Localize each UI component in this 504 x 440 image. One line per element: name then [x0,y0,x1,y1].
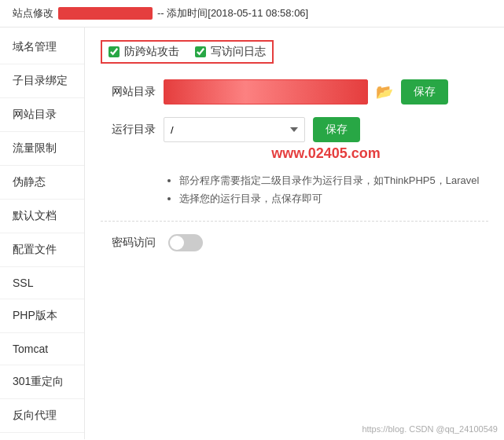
sidebar-item-traffic[interactable]: 流量限制 [0,132,84,166]
rundir-label: 运行目录 [101,123,156,137]
password-label: 密码访问 [101,236,156,250]
sidebar-item-subdir[interactable]: 子目录绑定 [0,64,84,98]
sidebar-item-config[interactable]: 配置文件 [0,233,84,267]
rundir-select[interactable]: / [164,117,305,142]
rundir-save-button[interactable]: 保存 [313,117,360,142]
sidebar-item-ssl[interactable]: SSL [0,267,84,299]
sidebar-item-webroot[interactable]: 网站目录 [0,98,84,132]
sidebar-item-301[interactable]: 301重定向 [0,365,84,399]
main-layout: 域名管理 子目录绑定 网站目录 流量限制 伪静态 默认文档 配置文件 SSL P… [0,28,504,439]
header-suffix: -- 添加时间[2018-05-11 08:58:06] [157,6,308,20]
webroot-label: 网站目录 [101,85,156,99]
page-header: 站点修改 -- 添加时间[2018-05-11 08:58:06] [0,0,504,28]
webroot-input[interactable] [164,79,368,104]
sidebar-item-php[interactable]: PHP版本 [0,299,84,333]
footer-note: https://blog. CSDN @qq_24100549 [362,424,498,434]
rundir-row: 运行目录 / 保存 [101,117,488,142]
sidebar-item-default-doc[interactable]: 默认文档 [0,200,84,233]
header-prefix: 站点修改 [13,6,53,20]
anti-hotlink-checkbox[interactable] [109,46,120,57]
sidebar-item-scan[interactable]: 风险扫描 [0,433,84,440]
hint-list: 部分程序需要指定二级目录作为运行目录，如ThinkPHP5，Laravel 选择… [164,171,488,208]
anti-hotlink-checkbox-item[interactable]: 防跨站攻击 [109,45,179,59]
webroot-row: 网站目录 📂 保存 [101,79,488,104]
sidebar-item-domain[interactable]: 域名管理 [0,31,84,64]
checkbox-group: 防跨站攻击 写访问日志 [101,40,274,64]
sidebar-item-proxy[interactable]: 反向代理 [0,399,84,433]
anti-hotlink-label: 防跨站攻击 [124,45,179,59]
folder-icon[interactable]: 📂 [376,83,393,101]
header-site-name [58,7,153,20]
password-access-row: 密码访问 [101,234,488,251]
sidebar-item-tomcat[interactable]: Tomcat [0,333,84,365]
watermark: www.02405.com [164,145,488,162]
password-toggle[interactable] [168,234,203,251]
hint-item-1: 部分程序需要指定二级目录作为运行目录，如ThinkPHP5，Laravel [179,171,488,189]
access-log-checkbox-item[interactable]: 写访问日志 [195,45,266,59]
content-area: 防跨站攻击 写访问日志 网站目录 📂 保存 运行目录 / 保存 www.02 [85,28,504,439]
sidebar: 域名管理 子目录绑定 网站目录 流量限制 伪静态 默认文档 配置文件 SSL P… [0,28,85,439]
webroot-save-button[interactable]: 保存 [401,79,448,104]
hint-item-2: 选择您的运行目录，点保存即可 [179,189,488,207]
access-log-checkbox[interactable] [195,46,206,57]
access-log-label: 写访问日志 [211,45,266,59]
sidebar-item-rewrite[interactable]: 伪静态 [0,166,84,200]
divider [101,221,488,222]
